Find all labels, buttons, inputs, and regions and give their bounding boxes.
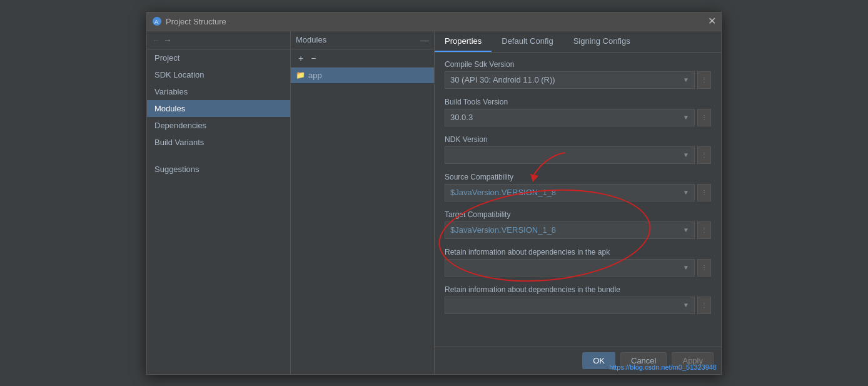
add-module-button[interactable]: + <box>296 52 306 64</box>
footer: OK Cancel Apply <box>435 347 721 374</box>
forward-button[interactable]: → <box>163 35 172 45</box>
target-compat-dropdown-arrow: ▼ <box>683 226 689 233</box>
sidebar-nav: ← → <box>147 31 290 49</box>
compile-sdk-dropdown-arrow: ▼ <box>683 76 689 83</box>
module-item-app[interactable]: 📁 app <box>291 68 434 83</box>
sidebar-item-dependencies[interactable]: Dependencies <box>147 117 290 134</box>
retain-deps-bundle-row: ▼ ⋮ <box>445 297 711 314</box>
modules-title: Modules <box>296 35 326 44</box>
compile-sdk-row: 30 (API 30: Android 11.0 (R)) ▼ ⋮ <box>445 71 711 89</box>
field-source-compat: Source Compatibility $JavaVersion.VERSIO… <box>445 173 711 201</box>
cancel-button[interactable]: Cancel <box>620 352 667 369</box>
target-compat-select[interactable]: $JavaVersion.VERSION_1_8 ▼ <box>445 221 695 239</box>
build-tools-row: 30.0.3 ▼ ⋮ <box>445 109 711 126</box>
right-panel: Properties Default Config Signing Config… <box>435 31 721 374</box>
sidebar-item-build-variants[interactable]: Build Variants <box>147 134 290 151</box>
compile-sdk-label: Compile Sdk Version <box>445 60 711 69</box>
ndk-version-select[interactable]: ▼ <box>445 146 695 164</box>
retain-deps-apk-select[interactable]: ▼ <box>445 259 695 277</box>
sidebar-item-sdk-location[interactable]: SDK Location <box>147 66 290 83</box>
field-retain-deps-apk: Retain information about dependencies in… <box>445 248 711 277</box>
folder-icon: 📁 <box>296 71 305 79</box>
close-button[interactable]: ✕ <box>708 16 716 26</box>
retain-deps-apk-label: Retain information about dependencies in… <box>445 248 711 256</box>
tabs: Properties Default Config Signing Config… <box>435 31 721 53</box>
source-compat-addon[interactable]: ⋮ <box>697 184 711 201</box>
field-retain-deps-bundle: Retain information about dependencies in… <box>445 285 711 314</box>
modules-toolbar: + − <box>291 49 434 68</box>
build-tools-dropdown-arrow: ▼ <box>683 114 689 121</box>
dialog-title: Project Structure <box>166 17 226 26</box>
sidebar-item-project[interactable]: Project <box>147 49 290 66</box>
retain-deps-bundle-label: Retain information about dependencies in… <box>445 285 711 294</box>
build-tools-label: Build Tools Version <box>445 98 711 106</box>
remove-module-button[interactable]: − <box>308 52 318 64</box>
modules-panel: Modules — + − 📁 app <box>291 31 435 374</box>
sidebar-item-modules[interactable]: Modules <box>147 100 290 117</box>
tab-properties[interactable]: Properties <box>435 31 492 52</box>
sidebar: ← → Project SDK Location Variables Modul… <box>147 31 291 374</box>
ok-button[interactable]: OK <box>582 352 615 369</box>
retain-deps-bundle-dropdown-arrow: ▼ <box>683 302 689 308</box>
source-compat-row: $JavaVersion.VERSION_1_8 ▼ ⋮ <box>445 184 711 201</box>
app-icon: A <box>152 16 162 26</box>
module-name: app <box>308 71 322 80</box>
target-compat-value: $JavaVersion.VERSION_1_8 <box>450 225 556 235</box>
apply-button[interactable]: Apply <box>672 352 714 369</box>
ndk-version-label: NDK Version <box>445 135 711 144</box>
tab-signing-configs[interactable]: Signing Configs <box>563 31 640 52</box>
target-compat-row: $JavaVersion.VERSION_1_8 ▼ ⋮ <box>445 221 711 239</box>
sidebar-item-variables[interactable]: Variables <box>147 83 290 100</box>
build-tools-value: 30.0.3 <box>450 113 473 122</box>
target-compat-label: Target Compatibility <box>445 210 711 219</box>
field-compile-sdk: Compile Sdk Version 30 (API 30: Android … <box>445 60 711 89</box>
build-tools-addon[interactable]: ⋮ <box>697 109 711 126</box>
modules-header: Modules — <box>291 31 434 49</box>
retain-deps-apk-addon[interactable]: ⋮ <box>697 259 711 277</box>
build-tools-select[interactable]: 30.0.3 ▼ <box>445 109 695 126</box>
compile-sdk-select[interactable]: 30 (API 30: Android 11.0 (R)) ▼ <box>445 71 695 89</box>
field-build-tools: Build Tools Version 30.0.3 ▼ ⋮ <box>445 98 711 126</box>
svg-text:A: A <box>154 19 158 25</box>
retain-deps-bundle-addon[interactable]: ⋮ <box>697 297 711 314</box>
tab-default-config[interactable]: Default Config <box>492 31 563 52</box>
source-compat-label: Source Compatibility <box>445 173 711 181</box>
modules-minimize-button[interactable]: — <box>420 35 429 45</box>
source-compat-dropdown-arrow: ▼ <box>683 189 689 196</box>
field-target-compat: Target Compatibility $JavaVersion.VERSIO… <box>445 210 711 239</box>
ndk-version-addon[interactable]: ⋮ <box>697 146 711 164</box>
ndk-version-dropdown-arrow: ▼ <box>683 151 689 158</box>
field-ndk-version: NDK Version ▼ ⋮ <box>445 135 711 164</box>
back-button[interactable]: ← <box>152 35 161 45</box>
title-bar: A Project Structure ✕ <box>147 13 721 31</box>
retain-deps-apk-dropdown-arrow: ▼ <box>683 264 689 271</box>
compile-sdk-addon[interactable]: ⋮ <box>697 71 711 89</box>
ndk-version-row: ▼ ⋮ <box>445 146 711 164</box>
sidebar-item-suggestions[interactable]: Suggestions <box>147 161 290 178</box>
source-compat-value: $JavaVersion.VERSION_1_8 <box>450 188 556 197</box>
properties-content: Compile Sdk Version 30 (API 30: Android … <box>435 53 721 347</box>
compile-sdk-value: 30 (API 30: Android 11.0 (R)) <box>450 75 555 84</box>
retain-deps-bundle-select[interactable]: ▼ <box>445 297 695 314</box>
source-compat-select[interactable]: $JavaVersion.VERSION_1_8 ▼ <box>445 184 695 201</box>
target-compat-addon[interactable]: ⋮ <box>697 221 711 239</box>
retain-deps-apk-row: ▼ ⋮ <box>445 259 711 277</box>
